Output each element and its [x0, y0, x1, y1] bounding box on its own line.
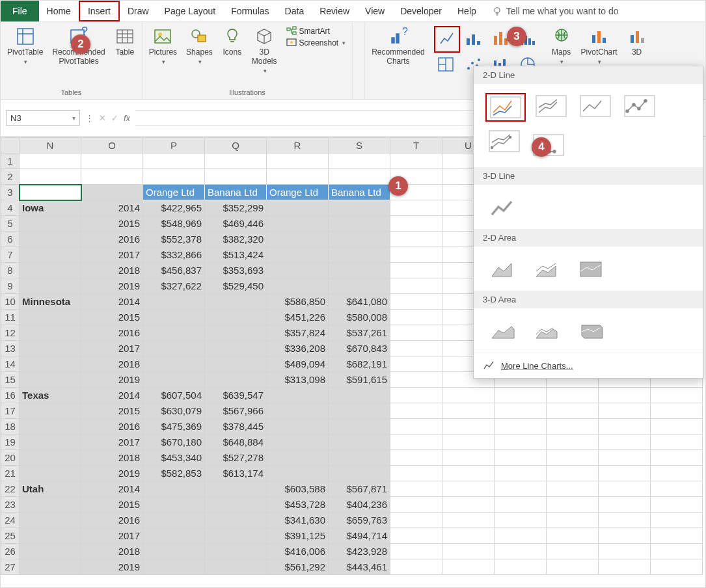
insert-hierarchy-chart-button[interactable]: [434, 54, 460, 77]
cell[interactable]: [547, 544, 599, 559]
col-header-P[interactable]: P: [143, 138, 205, 154]
cell[interactable]: $591,615: [329, 372, 390, 388]
cell[interactable]: [547, 403, 599, 419]
cell[interactable]: [547, 466, 599, 481]
cell[interactable]: 2019: [81, 278, 143, 294]
cell[interactable]: 2015: [81, 216, 143, 232]
cell[interactable]: [20, 528, 81, 544]
cell[interactable]: [20, 154, 81, 169]
recommended-charts-button[interactable]: ? Recommended Charts: [372, 26, 424, 66]
cell[interactable]: [651, 544, 703, 559]
cell[interactable]: [495, 388, 547, 403]
cell[interactable]: [390, 419, 442, 434]
cell[interactable]: [547, 388, 599, 403]
cell[interactable]: [267, 278, 329, 294]
3d-map-button[interactable]: 3D: [627, 26, 647, 57]
cell[interactable]: [599, 403, 651, 419]
cell[interactable]: $513,424: [205, 247, 267, 263]
cell[interactable]: [390, 481, 442, 497]
cell[interactable]: [143, 341, 205, 356]
cell[interactable]: Orange Ltd: [143, 185, 205, 200]
cell[interactable]: [143, 294, 205, 310]
cell[interactable]: [20, 434, 81, 450]
cell[interactable]: [329, 247, 390, 263]
cell[interactable]: $456,837: [143, 263, 205, 278]
cell[interactable]: [651, 419, 703, 434]
cell[interactable]: [390, 310, 442, 325]
cell[interactable]: [599, 450, 651, 466]
cell[interactable]: [599, 481, 651, 497]
cell[interactable]: $453,728: [267, 497, 329, 513]
tab-data[interactable]: Data: [277, 1, 312, 21]
row-header[interactable]: 25: [1, 528, 20, 544]
cell[interactable]: [205, 513, 267, 528]
cell[interactable]: 2016: [81, 513, 143, 528]
cell[interactable]: [81, 185, 143, 200]
cell[interactable]: [390, 294, 442, 310]
cell[interactable]: [143, 372, 205, 388]
tab-developer[interactable]: Developer: [392, 1, 450, 21]
cell[interactable]: [329, 434, 390, 450]
pivotchart-button[interactable]: PivotChart▾: [581, 26, 618, 65]
cell[interactable]: [390, 528, 442, 544]
cell[interactable]: [495, 528, 547, 544]
row-header[interactable]: 20: [1, 450, 20, 466]
cell[interactable]: [81, 154, 143, 169]
col-header-S[interactable]: S: [329, 138, 390, 154]
cell[interactable]: $670,843: [329, 341, 390, 356]
cell[interactable]: $469,446: [205, 216, 267, 232]
100-stacked-line-option[interactable]: [577, 93, 614, 119]
cell[interactable]: 2017: [81, 434, 143, 450]
more-line-charts[interactable]: More Line Charts...: [474, 353, 703, 378]
row-header[interactable]: 26: [1, 544, 20, 559]
cell[interactable]: Minnesota: [20, 294, 81, 310]
cell[interactable]: [329, 466, 390, 481]
cell[interactable]: [20, 403, 81, 419]
cell[interactable]: [599, 559, 651, 575]
cell[interactable]: 2019: [81, 466, 143, 481]
line-chart-option[interactable]: [485, 93, 526, 122]
tab-home[interactable]: Home: [39, 1, 79, 21]
cell[interactable]: [390, 356, 442, 372]
cell[interactable]: [390, 232, 442, 247]
cell[interactable]: $552,378: [143, 232, 205, 247]
cell[interactable]: Orange Ltd: [267, 185, 329, 200]
cell[interactable]: [495, 544, 547, 559]
cell[interactable]: [495, 559, 547, 575]
cell[interactable]: 2014: [81, 200, 143, 216]
tab-insert[interactable]: Insert: [79, 1, 120, 21]
cell[interactable]: [495, 403, 547, 419]
cell[interactable]: [651, 450, 703, 466]
tab-page-layout[interactable]: Page Layout: [157, 1, 224, 21]
cell[interactable]: [442, 403, 495, 419]
cell[interactable]: $382,320: [205, 232, 267, 247]
cell[interactable]: $327,622: [143, 278, 205, 294]
cell[interactable]: [599, 388, 651, 403]
cell[interactable]: [329, 388, 390, 403]
cell[interactable]: [390, 278, 442, 294]
cell[interactable]: [651, 559, 703, 575]
row-header[interactable]: 24: [1, 513, 20, 528]
cell[interactable]: [329, 154, 390, 169]
cell[interactable]: [495, 419, 547, 434]
cell[interactable]: [205, 481, 267, 497]
cell[interactable]: [20, 310, 81, 325]
cell[interactable]: [651, 497, 703, 513]
cell[interactable]: [81, 169, 143, 185]
cell[interactable]: [390, 325, 442, 341]
cell[interactable]: [143, 154, 205, 169]
cell[interactable]: [267, 200, 329, 216]
cell[interactable]: [329, 278, 390, 294]
cell[interactable]: [442, 466, 495, 481]
3d-models-button[interactable]: 3D Models▾: [252, 26, 277, 74]
cell[interactable]: 2015: [81, 310, 143, 325]
cell[interactable]: $378,445: [205, 419, 267, 434]
col-header-Q[interactable]: Q: [205, 138, 267, 154]
cell[interactable]: [599, 544, 651, 559]
cell[interactable]: [329, 200, 390, 216]
row-header[interactable]: 10: [1, 294, 20, 310]
cell[interactable]: [20, 497, 81, 513]
3d-line-option[interactable]: [485, 194, 523, 220]
select-all-corner[interactable]: [1, 138, 20, 154]
cell[interactable]: [267, 232, 329, 247]
